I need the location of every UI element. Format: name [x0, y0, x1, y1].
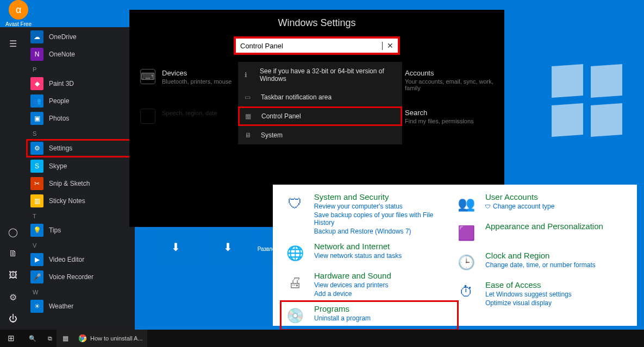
start-letter-header[interactable]: S: [26, 127, 135, 139]
start-item-label: People: [49, 97, 69, 105]
start-letter-header[interactable]: P: [26, 63, 135, 75]
taskbar-search-icon[interactable]: 🔍: [22, 330, 43, 347]
start-item-voice-recorder[interactable]: 🎤Voice Recorder: [26, 268, 135, 286]
category-subtitle: Your accounts, email, sync, work, family: [405, 78, 493, 91]
app-icon: ◆: [30, 77, 43, 90]
cp-link[interactable]: View network status and tasks: [314, 252, 402, 260]
clear-icon[interactable]: ✕: [387, 41, 393, 50]
start-item-photos[interactable]: ▣Photos: [26, 110, 135, 127]
taskbar: ⊞ 🔍 ⧉ ▦How to uninstall A...: [0, 330, 644, 347]
start-item-skype[interactable]: SSkype: [26, 157, 135, 175]
start-button[interactable]: ⊞: [0, 330, 22, 347]
cp-link[interactable]: Change account type: [485, 203, 554, 210]
cp-category-title[interactable]: Programs: [314, 304, 371, 313]
start-item-people[interactable]: 👥People: [26, 92, 135, 110]
suggestion-icon: ℹ: [245, 71, 253, 79]
cp-category-title[interactable]: Hardware and Sound: [314, 271, 391, 280]
start-item-sticky-notes[interactable]: ▥Sticky Notes: [26, 192, 135, 210]
start-item-onenote[interactable]: NOneNote: [26, 46, 135, 63]
start-item-weather[interactable]: ☀Weather: [26, 298, 135, 315]
cp-link[interactable]: Let Windows suggest settings: [485, 291, 572, 298]
cp-category-appearance-and-personalization[interactable]: 🟪Appearance and Personalization: [455, 222, 626, 244]
app-icon: ▣: [30, 112, 43, 125]
taskbar-tasks: ▦How to uninstall A...: [57, 330, 147, 347]
cp-link[interactable]: Save backup copies of your files with Fi…: [314, 211, 455, 226]
cp-link[interactable]: Uninstall a program: [314, 314, 371, 322]
app-icon: 👥: [30, 94, 43, 108]
desktop-shortcut-avast[interactable]: α Avast Free: [5, 0, 32, 27]
cp-category-title[interactable]: System and Security: [314, 192, 455, 201]
control-panel-window: 🛡System and SecurityReview your computer…: [273, 185, 637, 326]
app-icon: ▶: [30, 253, 43, 266]
cp-category-title[interactable]: Clock and Region: [485, 251, 596, 260]
start-item-label: Video Editor: [49, 256, 84, 263]
cp-category-network-and-internet[interactable]: 🌐Network and InternetView network status…: [284, 242, 455, 264]
control-panel-left-column: 🛡System and SecurityReview your computer…: [284, 192, 455, 318]
cp-link[interactable]: Review your computer's status: [314, 203, 455, 210]
cp-category-icon: 🖨: [284, 271, 307, 294]
download-icon: ⬇: [171, 241, 180, 254]
suggestion-item[interactable]: ▭Taskbar notification area: [238, 88, 402, 106]
cp-category-icon: 🕒: [455, 251, 478, 274]
cp-category-programs[interactable]: 💿ProgramsUninstall a program: [280, 300, 459, 331]
start-item-label: Voice Recorder: [49, 273, 93, 281]
suggestion-item[interactable]: ℹSee if you have a 32-bit or 64-bit vers…: [238, 62, 402, 88]
start-item-onedrive[interactable]: ☁OneDrive: [26, 28, 135, 46]
pictures-icon[interactable]: 🖼: [0, 264, 26, 286]
start-item-label: Tips: [49, 226, 61, 234]
app-icon: ☁: [30, 30, 43, 43]
category-title: Search: [405, 109, 493, 117]
cp-category-title[interactable]: Appearance and Personalization: [485, 222, 603, 231]
live-tile[interactable]: ⬇: [151, 228, 200, 266]
cp-category-clock-and-region[interactable]: 🕒Clock and RegionChange date, time, or n…: [455, 251, 626, 274]
suggestion-icon: ▭: [245, 93, 254, 101]
start-letter-header[interactable]: W: [26, 286, 135, 298]
windows-logo-wallpaper: [552, 65, 622, 136]
cp-link[interactable]: Backup and Restore (Windows 7): [314, 228, 455, 235]
start-item-paint-3d[interactable]: ◆Paint 3D: [26, 75, 135, 92]
start-item-label: Sticky Notes: [49, 197, 85, 205]
settings-icon[interactable]: ⚙: [0, 286, 26, 308]
cp-link[interactable]: Change date, time, or number formats: [485, 261, 596, 269]
settings-search-input[interactable]: [240, 42, 383, 50]
app-icon: 💡: [30, 224, 43, 237]
avast-icon: α: [9, 0, 28, 20]
start-menu: ☰ ◯ 🗎 🖼 ⚙ ⏻ ☁OneDriveNOneNoteP◆Paint 3D👥…: [0, 27, 135, 330]
taskbar-task[interactable]: ▦: [57, 330, 74, 347]
cp-category-ease-of-access[interactable]: ⏱Ease of AccessLet Windows suggest setti…: [455, 280, 626, 307]
cp-category-title[interactable]: Network and Internet: [314, 242, 402, 251]
live-tile[interactable]: ⬇: [203, 228, 252, 266]
cp-link[interactable]: Optimize visual display: [485, 299, 572, 307]
suggestion-item[interactable]: ▦Control Panel: [238, 106, 402, 126]
app-icon: ▥: [30, 194, 43, 207]
settings-title: Windows Settings: [129, 10, 504, 36]
start-item-label: Paint 3D: [49, 80, 74, 87]
hamburger-icon[interactable]: ☰: [0, 33, 26, 54]
start-item-video-editor[interactable]: ▶Video Editor: [26, 251, 135, 268]
taskbar-task[interactable]: How to uninstall A...: [74, 330, 147, 347]
category-subtitle: Bluetooth, printers, mouse: [162, 78, 251, 85]
cp-link[interactable]: Add a device: [314, 290, 391, 298]
task-view-icon[interactable]: ⧉: [43, 330, 57, 347]
documents-icon[interactable]: 🗎: [0, 243, 26, 264]
cp-category-system-and-security[interactable]: 🛡System and SecurityReview your computer…: [284, 192, 455, 235]
suggestion-item[interactable]: 🖥System: [238, 126, 402, 144]
cp-link[interactable]: View devices and printers: [314, 281, 391, 289]
power-icon[interactable]: ⏻: [0, 308, 26, 330]
start-letter-header[interactable]: T: [26, 210, 135, 222]
cp-category-title[interactable]: User Accounts: [485, 192, 554, 201]
suggestion-label: Taskbar notification area: [261, 93, 332, 101]
cp-category-hardware-and-sound[interactable]: 🖨Hardware and SoundView devices and prin…: [284, 271, 455, 298]
category-subtitle: Speech, region, date: [162, 110, 251, 116]
user-icon[interactable]: ◯: [0, 221, 26, 243]
suggestion-icon: 🖥: [245, 131, 254, 139]
settings-search[interactable]: ✕: [234, 36, 400, 55]
cp-category-user-accounts[interactable]: 👥User AccountsChange account type: [455, 192, 626, 215]
app-icon: 🎤: [30, 270, 43, 283]
start-item-snip-sketch[interactable]: ✂Snip & Sketch: [26, 175, 135, 192]
start-letter-header[interactable]: V: [26, 239, 135, 251]
suggestion-icon: ▦: [245, 112, 255, 120]
cp-category-title[interactable]: Ease of Access: [485, 280, 572, 289]
start-item-settings[interactable]: ⚙Settings: [26, 139, 135, 157]
start-item-tips[interactable]: 💡Tips: [26, 222, 135, 239]
